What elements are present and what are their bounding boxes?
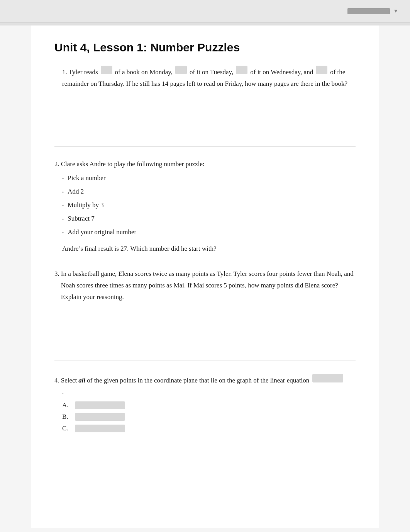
question-2: 2. Clare asks Andre to play the followin…: [54, 160, 356, 255]
question-4: 4. Select all of the given points in the…: [54, 374, 356, 432]
list-item: ◦ Add your original number: [62, 227, 356, 237]
q1-remainder: remainder on Thursday. If he still has 1…: [62, 78, 356, 90]
q4-dot-line: .: [62, 388, 356, 396]
list-item: ◦ Add 2: [62, 186, 356, 197]
top-bar-content: ▼: [347, 8, 398, 14]
q2-number: 2.: [54, 160, 59, 168]
bullet-3: ◦: [62, 202, 64, 209]
q1-body: remainder on Thursday. If he still has 1…: [62, 78, 356, 90]
q3-header: 3. In a basketball game, Elena scores tw…: [54, 268, 356, 303]
list-item-5-text: Add your original number: [68, 227, 136, 237]
q1-text-of-the: of the: [330, 66, 345, 78]
bullet-4: ◦: [62, 216, 64, 223]
q1-work-area: [54, 93, 356, 147]
q1-blank-4: [316, 66, 327, 74]
answer-choice-c: C.: [62, 425, 356, 432]
question-3: 3. In a basketball game, Elena scores tw…: [54, 268, 356, 360]
q4-all-text: all: [78, 375, 85, 386]
q1-number: 1.: [62, 66, 67, 78]
main-content: Unit 4, Lesson 1: Number Puzzles 1. Tyle…: [31, 25, 379, 528]
choice-c-blank: [75, 425, 125, 432]
q4-dot: .: [62, 388, 64, 395]
q4-number: 4.: [54, 375, 59, 386]
q2-followup: Andre’s final result is 27. Which number…: [62, 243, 356, 255]
answer-choice-b: B.: [62, 413, 356, 421]
bullet-5: ◦: [62, 229, 64, 236]
list-item-3-text: Multiply by 3: [68, 200, 104, 210]
q4-post-text: of the given points in the coordinate pl…: [87, 375, 309, 386]
q2-list: ◦ Pick a number ◦ Add 2 ◦ Multiply by 3 …: [62, 173, 356, 238]
q2-intro: Clare asks Andre to play the following n…: [61, 160, 205, 168]
bullet-2: ◦: [62, 189, 64, 196]
list-item-4-text: Subtract 7: [68, 213, 94, 224]
q2-header: 2. Clare asks Andre to play the followin…: [54, 160, 356, 168]
choice-b-blank: [75, 413, 125, 421]
top-bar: ▼: [0, 0, 410, 23]
answer-choice-a: A.: [62, 401, 356, 409]
list-item: ◦ Pick a number: [62, 173, 356, 183]
q1-blank-3: [236, 66, 247, 74]
choice-a-blank: [75, 401, 125, 409]
q1-blank-2: [175, 66, 187, 74]
choice-a-label: A.: [62, 401, 72, 409]
nav-arrow: ▼: [393, 8, 398, 14]
page-title: Unit 4, Lesson 1: Number Puzzles: [54, 41, 356, 54]
q4-header: 4. Select all of the given points in the…: [54, 374, 356, 386]
q1-text-tyler-reads: Tyler reads: [69, 66, 98, 78]
list-item: ◦ Multiply by 3: [62, 200, 356, 210]
list-item-1-text: Pick a number: [68, 173, 105, 183]
q1-text-tuesday: of it on Tuesday,: [190, 66, 233, 78]
q2-followup-text: Andre’s final result is 27. Which number…: [62, 243, 356, 255]
list-item-2-text: Add 2: [68, 186, 84, 197]
q3-number: 3.: [54, 270, 59, 278]
bullet-1: ◦: [62, 175, 64, 182]
list-item: ◦ Subtract 7: [62, 213, 356, 224]
choice-b-label: B.: [62, 413, 72, 421]
q1-line1: 1. Tyler reads of a book on Monday, of i…: [62, 66, 356, 78]
question-1: 1. Tyler reads of a book on Monday, of i…: [54, 66, 356, 147]
q4-equation-blank: [312, 374, 343, 382]
nav-blurred-text: [347, 8, 390, 14]
q4-choices: A. B. C.: [62, 401, 356, 432]
q1-blank-1: [101, 66, 112, 74]
q4-select-text: Select: [61, 375, 77, 386]
q3-work-area: [54, 303, 356, 360]
q1-text-wednesday: of it on Wednesday, and: [250, 66, 313, 78]
q1-text-monday: of a book on Monday,: [115, 66, 173, 78]
q3-body: In a basketball game, Elena scores twice…: [61, 268, 356, 303]
choice-c-label: C.: [62, 425, 72, 432]
